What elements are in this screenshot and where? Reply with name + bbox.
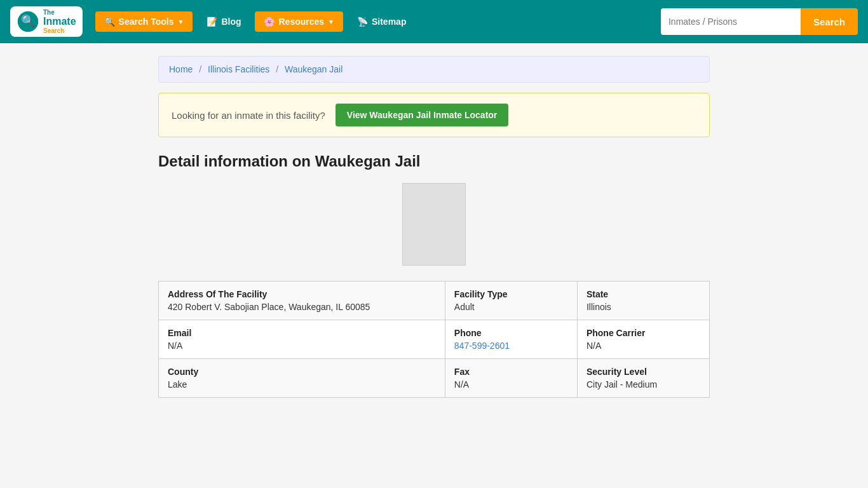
cell-value: Lake [168, 379, 187, 390]
cell-label: Facility Type [454, 289, 568, 299]
blog-icon: 📝 [207, 17, 217, 27]
table-cell: StateIllinois [577, 281, 709, 320]
cell-label: Email [168, 328, 436, 338]
breadcrumb-sep-1: / [199, 64, 201, 74]
cell-value: Illinois [587, 302, 611, 312]
cell-value: Adult [454, 302, 475, 312]
cell-label: Fax [454, 367, 568, 377]
table-cell: CountyLake [159, 359, 445, 398]
table-cell: EmailN/A [159, 320, 445, 359]
breadcrumb: Home / Illinois Facilities / Waukegan Ja… [158, 56, 710, 83]
cell-label: State [587, 289, 700, 299]
cell-value: N/A [454, 379, 469, 390]
chevron-down-icon: ▼ [177, 18, 184, 25]
sitemap-icon: 📡 [357, 17, 368, 27]
resources-icon: 🌸 [264, 17, 275, 27]
breadcrumb-sep-2: / [276, 64, 278, 74]
facility-image [402, 183, 466, 266]
table-cell: Security LevelCity Jail - Medium [577, 359, 709, 398]
search-tools-button[interactable]: 🔍 Search Tools ▼ [95, 11, 193, 32]
search-input[interactable] [661, 8, 801, 35]
cell-label: Phone Carrier [587, 328, 700, 338]
table-cell: Phone847-599-2601 [445, 320, 577, 359]
blog-button[interactable]: 📝 Blog [198, 11, 250, 32]
search-tools-icon: 🔍 [104, 17, 115, 27]
logo-the: The [43, 9, 76, 16]
logo[interactable]: 🔍 The Inmate Search [10, 6, 83, 37]
cell-value: City Jail - Medium [587, 379, 657, 390]
sitemap-button[interactable]: 📡 Sitemap [348, 11, 415, 32]
phone-link[interactable]: 847-599-2601 [454, 341, 510, 351]
table-cell: Phone CarrierN/A [577, 320, 709, 359]
facility-image-wrap [158, 183, 710, 266]
cell-value[interactable]: 847-599-2601 [454, 341, 510, 351]
table-cell: FaxN/A [445, 359, 577, 398]
inmate-locator-button[interactable]: View Waukegan Jail Inmate Locator [336, 104, 509, 126]
logo-inmate: Inmate [43, 16, 76, 27]
svg-text:🔍: 🔍 [21, 14, 36, 28]
navbar: 🔍 The Inmate Search 🔍 Search Tools ▼ 📝 B… [0, 0, 868, 43]
logo-search-word: Search [43, 27, 76, 34]
cell-value: 420 Robert V. Sabojian Place, Waukegan, … [168, 302, 370, 312]
breadcrumb-home[interactable]: Home [169, 64, 193, 74]
breadcrumb-current: Waukegan Jail [285, 64, 342, 74]
info-table: Address Of The Facility420 Robert V. Sab… [158, 281, 710, 398]
page-title: Detail information on Waukegan Jail [158, 152, 710, 170]
inmate-banner: Looking for an inmate in this facility? … [158, 93, 710, 137]
logo-icon: 🔍 [17, 10, 39, 33]
cell-label: Address Of The Facility [168, 289, 436, 299]
nav-search-box: Search [661, 8, 858, 35]
cell-label: Security Level [587, 367, 700, 377]
cell-value: N/A [168, 341, 182, 351]
table-cell: Facility TypeAdult [445, 281, 577, 320]
page-content: Home / Illinois Facilities / Waukegan Ja… [148, 43, 720, 410]
search-button[interactable]: Search [801, 8, 858, 35]
cell-value: N/A [587, 341, 601, 351]
chevron-down-icon-resources: ▼ [328, 18, 334, 25]
breadcrumb-illinois[interactable]: Illinois Facilities [208, 64, 269, 74]
resources-button[interactable]: 🌸 Resources ▼ [255, 11, 343, 32]
cell-label: Phone [454, 328, 568, 338]
cell-label: County [168, 367, 436, 377]
table-cell: Address Of The Facility420 Robert V. Sab… [159, 281, 445, 320]
inmate-banner-text: Looking for an inmate in this facility? [172, 110, 325, 121]
